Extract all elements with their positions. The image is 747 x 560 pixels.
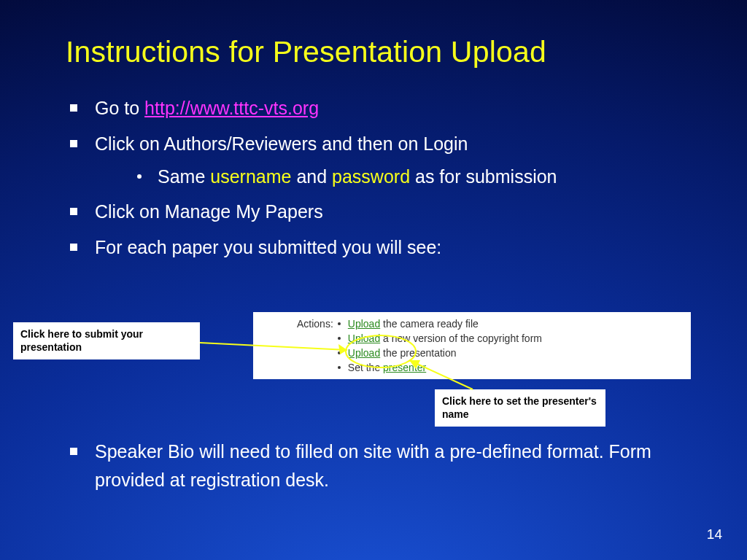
bullet-1: Go to http://www.tttc-vts.org	[66, 94, 681, 122]
action-pre-4: Set the	[348, 362, 383, 373]
action-rest-1: the camera ready file	[380, 318, 479, 330]
action-link-2[interactable]: Upload	[348, 332, 380, 344]
callout-submit-presentation: Click here to submit your presentation	[13, 322, 200, 359]
action-item-3: Upload the presentation	[338, 346, 542, 360]
bullet-list: Go to http://www.tttc-vts.org Click on A…	[66, 94, 681, 262]
action-link-4[interactable]: presenter	[383, 362, 426, 373]
action-rest-3: the presentation	[380, 347, 456, 359]
action-item-2: Upload a new version of the copyright fo…	[338, 331, 542, 346]
lower-bullets: Speaker Bio will need to filled on site …	[66, 438, 681, 494]
bullet-5: Speaker Bio will need to filled on site …	[66, 438, 681, 494]
page-number: 14	[707, 526, 722, 542]
bullet-2-text: Click on Authors/Reviewers and then on L…	[95, 133, 468, 154]
action-link-3[interactable]: Upload	[348, 347, 380, 359]
bullet-1-pre: Go to	[95, 98, 144, 118]
b2sub-pre: Same	[158, 166, 210, 187]
action-item-4: Set the presenter	[338, 360, 542, 375]
action-rest-2: a new version of the copyright form	[380, 332, 542, 344]
actions-list: Upload the camera ready file Upload a ne…	[338, 316, 542, 375]
action-item-1: Upload the camera ready file	[338, 316, 542, 331]
slide-title: Instructions for Presentation Upload	[66, 35, 681, 69]
b2sub-mid: and	[291, 166, 332, 187]
url-link[interactable]: http://www.tttc-vts.org	[144, 98, 319, 118]
b2sub-post: as for submission	[410, 166, 557, 187]
b2sub-username: username	[210, 166, 291, 187]
b2sub-password: password	[332, 166, 410, 187]
actions-screenshot: Actions: Upload the camera ready file Up…	[253, 312, 691, 379]
actions-label: Actions:	[297, 316, 333, 331]
bullet-3: Click on Manage My Papers	[66, 198, 681, 226]
callout-set-presenter: Click here to set the presenter's name	[435, 389, 605, 427]
bullet-2: Click on Authors/Reviewers and then on L…	[66, 130, 681, 191]
bullet-4: For each paper you submitted you will se…	[66, 233, 681, 262]
bullet-2-sub: Same username and password as for submis…	[95, 163, 681, 191]
bullet-2-sublist: Same username and password as for submis…	[95, 163, 681, 191]
action-link-1[interactable]: Upload	[348, 318, 380, 330]
